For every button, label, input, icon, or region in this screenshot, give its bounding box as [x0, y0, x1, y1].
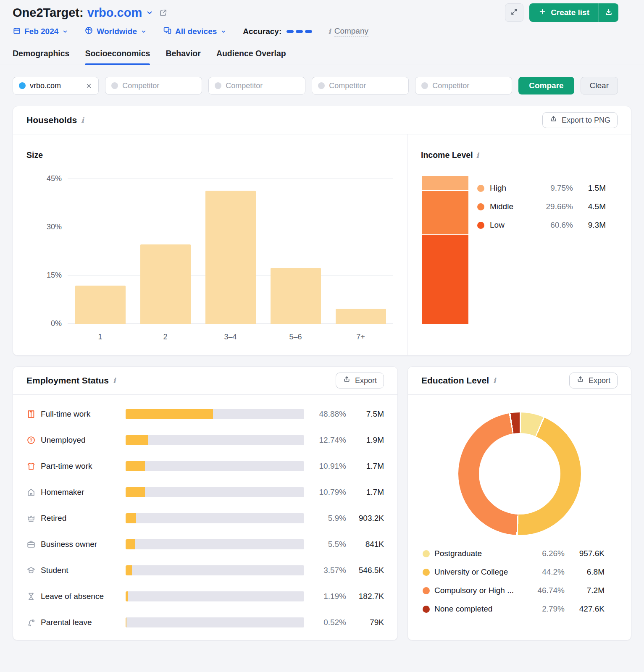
export-to-png-button[interactable]: Export to PNG [542, 112, 618, 128]
competitor-input-4[interactable] [415, 77, 512, 94]
household-size-section: Size 0%15%30%45%123–45–67+ [13, 134, 407, 355]
graduation-cap-icon [26, 566, 41, 575]
employment-bar[interactable] [126, 513, 304, 523]
export-icon [343, 375, 351, 386]
income-legend-row[interactable]: Middle29.66%4.5M [477, 197, 606, 216]
info-icon[interactable]: i [493, 376, 496, 385]
size-bar-2[interactable] [140, 244, 191, 324]
employment-bar[interactable] [126, 487, 304, 497]
legend-color-dot [477, 203, 484, 210]
income-segment-low[interactable] [422, 234, 468, 324]
tab-behavior[interactable]: Behavior [166, 49, 200, 65]
income-legend-row[interactable]: High9.75%1.5M [477, 179, 606, 197]
info-icon[interactable]: i [113, 376, 116, 385]
competitor-field[interactable] [122, 81, 196, 90]
briefcase-icon [26, 540, 41, 549]
employment-bar[interactable] [126, 591, 304, 601]
filter-bar: Feb 2024 Worldwide All devices Accuracy:… [13, 24, 631, 39]
close-icon[interactable] [85, 82, 92, 89]
x-axis-tick: 1 [98, 333, 102, 341]
education-card-title: Education Level [421, 375, 489, 386]
tab-demographics[interactable]: Demographics [13, 49, 69, 65]
employment-bar[interactable] [126, 565, 304, 575]
employment-bar[interactable] [126, 461, 304, 471]
education-legend-row[interactable]: University or College44.2%6.8M [423, 563, 605, 581]
competitor-input-3[interactable] [312, 77, 409, 94]
education-donut-chart[interactable] [458, 412, 581, 535]
legend-value: 427.6K [565, 604, 605, 614]
download-icon [605, 8, 613, 18]
size-bar-1[interactable] [75, 286, 126, 324]
education-legend-row[interactable]: None completed2.79%427.6K [423, 600, 605, 618]
clear-button[interactable]: Clear [581, 77, 618, 94]
employment-bar-fill [126, 513, 136, 523]
create-list-button[interactable]: Create list [529, 3, 599, 22]
income-legend-row[interactable]: Low60.6%9.3M [477, 216, 606, 234]
download-button[interactable] [599, 3, 618, 22]
export-button[interactable]: Export [336, 373, 384, 388]
legend-color-dot [477, 185, 484, 192]
competitor-field[interactable] [329, 81, 402, 90]
tab-audience-overlap[interactable]: Audience Overlap [216, 49, 286, 65]
y-axis-tick: 0% [37, 319, 62, 328]
employment-bar-fill [126, 487, 145, 497]
external-link-icon[interactable] [159, 8, 168, 17]
employment-bar[interactable] [126, 539, 304, 549]
legend-color-dot [477, 222, 484, 229]
info-icon[interactable]: i [81, 116, 84, 124]
competitor-input-1[interactable] [105, 77, 202, 94]
competitor-field[interactable] [226, 81, 299, 90]
employment-bar[interactable] [126, 617, 304, 627]
employment-percent: 10.79% [304, 488, 346, 497]
legend-label: None completed [434, 604, 523, 614]
export-button[interactable]: Export [569, 373, 618, 388]
employment-row: Part-time work10.91%1.7M [26, 458, 384, 475]
legend-label: Compulsory or High ... [434, 586, 523, 595]
devices-filter[interactable]: All devices [163, 26, 227, 37]
size-bar-3–4[interactable] [205, 191, 256, 324]
expand-button[interactable] [505, 3, 523, 22]
globe-icon [84, 26, 93, 37]
legend-color-dot [423, 587, 430, 594]
competitor-input-2[interactable] [208, 77, 305, 94]
selected-domain-label: vrbo.com [30, 81, 61, 90]
competitor-color-dot [421, 82, 428, 89]
date-filter[interactable]: Feb 2024 [13, 26, 68, 37]
legend-percent: 60.6% [527, 220, 573, 230]
suit-icon [26, 410, 41, 419]
y-axis-tick: 45% [37, 174, 62, 183]
employment-bar[interactable] [126, 435, 304, 445]
selected-domain-chip[interactable]: vrbo.com [13, 77, 99, 94]
income-segment-high[interactable] [422, 176, 468, 190]
households-card: Households i Export to PNG Size 0%15%30%… [13, 106, 631, 356]
competitor-field[interactable] [432, 81, 506, 90]
employment-bar[interactable] [126, 409, 304, 419]
company-link[interactable]: i Company [328, 26, 368, 37]
employment-bar-fill [126, 591, 128, 601]
page-title-prefix: One2Target: [13, 6, 84, 20]
accuracy-indicator: Accuracy: [243, 27, 312, 36]
region-filter[interactable]: Worldwide [84, 26, 147, 37]
employment-bar-fill [126, 617, 126, 627]
page-title-domain[interactable]: vrbo.com [87, 6, 142, 20]
employment-label: Business owner [41, 540, 126, 549]
employment-value: 7.5M [346, 410, 384, 419]
size-bar-7+[interactable] [336, 309, 386, 324]
info-icon[interactable]: i [476, 151, 479, 160]
size-bar-5–6[interactable] [271, 268, 321, 324]
chevron-down-icon[interactable] [145, 8, 154, 17]
income-stacked-bar [422, 176, 468, 324]
employment-label: Leave of absence [41, 592, 126, 601]
employment-label: Full-time work [41, 410, 126, 419]
compare-button[interactable]: Compare [518, 77, 574, 94]
gridline [68, 178, 393, 179]
income-segment-middle[interactable] [422, 190, 468, 234]
competitor-color-dot [318, 82, 325, 89]
education-legend-row[interactable]: Compulsory or High ...46.74%7.2M [423, 581, 605, 600]
education-legend-row[interactable]: Postgraduate6.26%957.6K [423, 544, 605, 563]
x-axis-tick: 2 [163, 333, 167, 341]
tab-socioeconomics[interactable]: Socioeconomics [85, 49, 150, 65]
legend-value: 9.3M [573, 220, 606, 230]
chevron-down-icon [220, 28, 227, 35]
compare-bar: vrbo.com Compare Clear [13, 77, 631, 94]
